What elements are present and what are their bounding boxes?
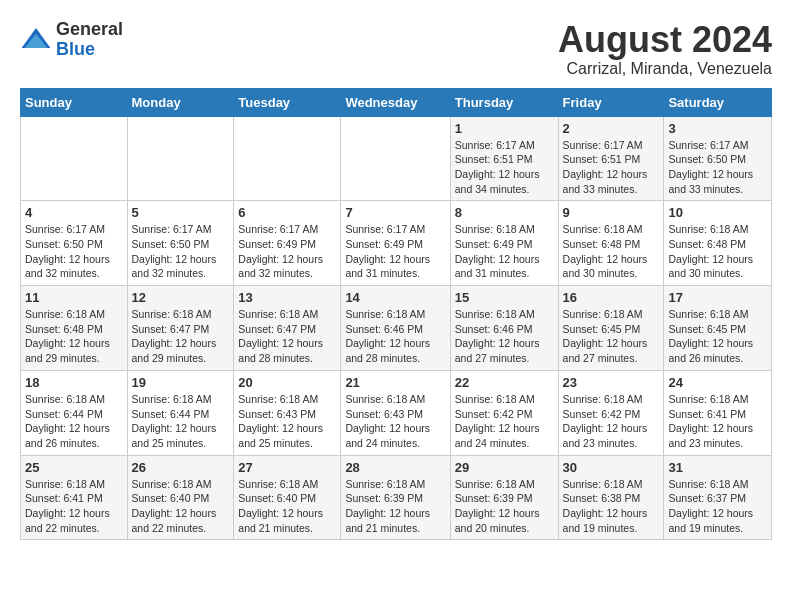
calendar-cell: 22Sunrise: 6:18 AM Sunset: 6:42 PM Dayli… bbox=[450, 370, 558, 455]
week-row-4: 18Sunrise: 6:18 AM Sunset: 6:44 PM Dayli… bbox=[21, 370, 772, 455]
day-info: Sunrise: 6:18 AM Sunset: 6:40 PM Dayligh… bbox=[132, 477, 230, 536]
week-row-2: 4Sunrise: 6:17 AM Sunset: 6:50 PM Daylig… bbox=[21, 201, 772, 286]
calendar-body: 1Sunrise: 6:17 AM Sunset: 6:51 PM Daylig… bbox=[21, 116, 772, 540]
calendar-cell: 15Sunrise: 6:18 AM Sunset: 6:46 PM Dayli… bbox=[450, 286, 558, 371]
calendar-table: SundayMondayTuesdayWednesdayThursdayFrid… bbox=[20, 88, 772, 541]
calendar-cell: 5Sunrise: 6:17 AM Sunset: 6:50 PM Daylig… bbox=[127, 201, 234, 286]
calendar-cell bbox=[21, 116, 128, 201]
day-number: 19 bbox=[132, 375, 230, 390]
calendar-cell: 12Sunrise: 6:18 AM Sunset: 6:47 PM Dayli… bbox=[127, 286, 234, 371]
calendar-cell: 13Sunrise: 6:18 AM Sunset: 6:47 PM Dayli… bbox=[234, 286, 341, 371]
day-info: Sunrise: 6:17 AM Sunset: 6:51 PM Dayligh… bbox=[563, 138, 660, 197]
calendar-cell: 9Sunrise: 6:18 AM Sunset: 6:48 PM Daylig… bbox=[558, 201, 664, 286]
weekday-header-thursday: Thursday bbox=[450, 88, 558, 116]
calendar-cell: 3Sunrise: 6:17 AM Sunset: 6:50 PM Daylig… bbox=[664, 116, 772, 201]
day-info: Sunrise: 6:17 AM Sunset: 6:49 PM Dayligh… bbox=[238, 222, 336, 281]
day-info: Sunrise: 6:18 AM Sunset: 6:45 PM Dayligh… bbox=[563, 307, 660, 366]
weekday-header-row: SundayMondayTuesdayWednesdayThursdayFrid… bbox=[21, 88, 772, 116]
calendar-cell: 25Sunrise: 6:18 AM Sunset: 6:41 PM Dayli… bbox=[21, 455, 128, 540]
day-info: Sunrise: 6:18 AM Sunset: 6:46 PM Dayligh… bbox=[455, 307, 554, 366]
day-number: 17 bbox=[668, 290, 767, 305]
title-block: August 2024 Carrizal, Miranda, Venezuela bbox=[558, 20, 772, 78]
month-year-title: August 2024 bbox=[558, 20, 772, 60]
calendar-cell: 21Sunrise: 6:18 AM Sunset: 6:43 PM Dayli… bbox=[341, 370, 450, 455]
day-info: Sunrise: 6:18 AM Sunset: 6:39 PM Dayligh… bbox=[345, 477, 445, 536]
day-number: 25 bbox=[25, 460, 123, 475]
weekday-header-friday: Friday bbox=[558, 88, 664, 116]
day-info: Sunrise: 6:17 AM Sunset: 6:50 PM Dayligh… bbox=[25, 222, 123, 281]
day-info: Sunrise: 6:18 AM Sunset: 6:44 PM Dayligh… bbox=[25, 392, 123, 451]
day-info: Sunrise: 6:18 AM Sunset: 6:39 PM Dayligh… bbox=[455, 477, 554, 536]
day-number: 12 bbox=[132, 290, 230, 305]
day-info: Sunrise: 6:18 AM Sunset: 6:49 PM Dayligh… bbox=[455, 222, 554, 281]
day-number: 11 bbox=[25, 290, 123, 305]
page-header: General Blue August 2024 Carrizal, Miran… bbox=[20, 20, 772, 78]
day-number: 6 bbox=[238, 205, 336, 220]
calendar-cell: 11Sunrise: 6:18 AM Sunset: 6:48 PM Dayli… bbox=[21, 286, 128, 371]
calendar-cell: 10Sunrise: 6:18 AM Sunset: 6:48 PM Dayli… bbox=[664, 201, 772, 286]
day-info: Sunrise: 6:18 AM Sunset: 6:42 PM Dayligh… bbox=[455, 392, 554, 451]
weekday-header-wednesday: Wednesday bbox=[341, 88, 450, 116]
calendar-cell: 6Sunrise: 6:17 AM Sunset: 6:49 PM Daylig… bbox=[234, 201, 341, 286]
day-number: 8 bbox=[455, 205, 554, 220]
day-number: 3 bbox=[668, 121, 767, 136]
day-info: Sunrise: 6:18 AM Sunset: 6:40 PM Dayligh… bbox=[238, 477, 336, 536]
calendar-cell: 28Sunrise: 6:18 AM Sunset: 6:39 PM Dayli… bbox=[341, 455, 450, 540]
day-info: Sunrise: 6:18 AM Sunset: 6:41 PM Dayligh… bbox=[668, 392, 767, 451]
day-number: 22 bbox=[455, 375, 554, 390]
day-info: Sunrise: 6:18 AM Sunset: 6:38 PM Dayligh… bbox=[563, 477, 660, 536]
day-number: 1 bbox=[455, 121, 554, 136]
weekday-header-tuesday: Tuesday bbox=[234, 88, 341, 116]
calendar-cell: 27Sunrise: 6:18 AM Sunset: 6:40 PM Dayli… bbox=[234, 455, 341, 540]
day-number: 2 bbox=[563, 121, 660, 136]
calendar-cell: 16Sunrise: 6:18 AM Sunset: 6:45 PM Dayli… bbox=[558, 286, 664, 371]
day-info: Sunrise: 6:18 AM Sunset: 6:43 PM Dayligh… bbox=[238, 392, 336, 451]
day-info: Sunrise: 6:18 AM Sunset: 6:43 PM Dayligh… bbox=[345, 392, 445, 451]
day-info: Sunrise: 6:18 AM Sunset: 6:46 PM Dayligh… bbox=[345, 307, 445, 366]
day-info: Sunrise: 6:17 AM Sunset: 6:49 PM Dayligh… bbox=[345, 222, 445, 281]
calendar-cell: 20Sunrise: 6:18 AM Sunset: 6:43 PM Dayli… bbox=[234, 370, 341, 455]
weekday-header-saturday: Saturday bbox=[664, 88, 772, 116]
day-info: Sunrise: 6:18 AM Sunset: 6:42 PM Dayligh… bbox=[563, 392, 660, 451]
logo-general-text: General bbox=[56, 20, 123, 40]
calendar-cell: 29Sunrise: 6:18 AM Sunset: 6:39 PM Dayli… bbox=[450, 455, 558, 540]
day-info: Sunrise: 6:18 AM Sunset: 6:41 PM Dayligh… bbox=[25, 477, 123, 536]
day-number: 31 bbox=[668, 460, 767, 475]
day-number: 5 bbox=[132, 205, 230, 220]
calendar-cell: 17Sunrise: 6:18 AM Sunset: 6:45 PM Dayli… bbox=[664, 286, 772, 371]
day-info: Sunrise: 6:18 AM Sunset: 6:48 PM Dayligh… bbox=[25, 307, 123, 366]
day-number: 23 bbox=[563, 375, 660, 390]
day-number: 15 bbox=[455, 290, 554, 305]
day-number: 29 bbox=[455, 460, 554, 475]
calendar-cell bbox=[234, 116, 341, 201]
calendar-cell: 1Sunrise: 6:17 AM Sunset: 6:51 PM Daylig… bbox=[450, 116, 558, 201]
day-number: 10 bbox=[668, 205, 767, 220]
day-number: 27 bbox=[238, 460, 336, 475]
day-number: 28 bbox=[345, 460, 445, 475]
calendar-cell: 26Sunrise: 6:18 AM Sunset: 6:40 PM Dayli… bbox=[127, 455, 234, 540]
day-info: Sunrise: 6:17 AM Sunset: 6:51 PM Dayligh… bbox=[455, 138, 554, 197]
week-row-1: 1Sunrise: 6:17 AM Sunset: 6:51 PM Daylig… bbox=[21, 116, 772, 201]
day-number: 20 bbox=[238, 375, 336, 390]
day-number: 13 bbox=[238, 290, 336, 305]
calendar-cell: 7Sunrise: 6:17 AM Sunset: 6:49 PM Daylig… bbox=[341, 201, 450, 286]
day-number: 26 bbox=[132, 460, 230, 475]
week-row-5: 25Sunrise: 6:18 AM Sunset: 6:41 PM Dayli… bbox=[21, 455, 772, 540]
day-info: Sunrise: 6:18 AM Sunset: 6:37 PM Dayligh… bbox=[668, 477, 767, 536]
calendar-header: SundayMondayTuesdayWednesdayThursdayFrid… bbox=[21, 88, 772, 116]
calendar-cell: 14Sunrise: 6:18 AM Sunset: 6:46 PM Dayli… bbox=[341, 286, 450, 371]
day-number: 4 bbox=[25, 205, 123, 220]
day-number: 7 bbox=[345, 205, 445, 220]
day-info: Sunrise: 6:17 AM Sunset: 6:50 PM Dayligh… bbox=[668, 138, 767, 197]
weekday-header-monday: Monday bbox=[127, 88, 234, 116]
logo-text: General Blue bbox=[56, 20, 123, 60]
location-subtitle: Carrizal, Miranda, Venezuela bbox=[558, 60, 772, 78]
day-number: 9 bbox=[563, 205, 660, 220]
day-info: Sunrise: 6:18 AM Sunset: 6:48 PM Dayligh… bbox=[668, 222, 767, 281]
week-row-3: 11Sunrise: 6:18 AM Sunset: 6:48 PM Dayli… bbox=[21, 286, 772, 371]
calendar-cell bbox=[341, 116, 450, 201]
calendar-cell: 8Sunrise: 6:18 AM Sunset: 6:49 PM Daylig… bbox=[450, 201, 558, 286]
calendar-cell: 2Sunrise: 6:17 AM Sunset: 6:51 PM Daylig… bbox=[558, 116, 664, 201]
day-number: 24 bbox=[668, 375, 767, 390]
logo: General Blue bbox=[20, 20, 123, 60]
